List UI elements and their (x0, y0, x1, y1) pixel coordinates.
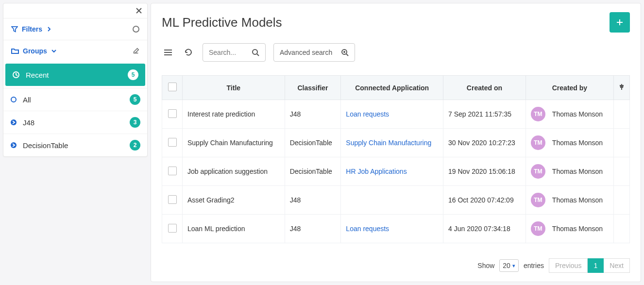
header-connected[interactable]: Connected Application (341, 76, 443, 100)
select-all-checkbox[interactable] (168, 83, 177, 91)
cell-created-by: TMThomas Monson (525, 129, 613, 157)
arrow-circle-icon (10, 119, 17, 126)
table-row[interactable]: Asset Grading2J4816 Oct 2020 07:42:09TMT… (162, 186, 630, 215)
row-checkbox[interactable] (168, 109, 177, 118)
main-header: ML Predictive Models (162, 12, 630, 33)
svg-point-3 (11, 142, 17, 148)
cell-classifier: J48 (285, 215, 341, 243)
group-label: DecisionTable (23, 141, 124, 150)
row-checkbox[interactable] (168, 167, 177, 175)
table-row[interactable]: Interest rate predictionJ48Loan requests… (162, 100, 630, 129)
row-checkbox[interactable] (168, 224, 177, 233)
cell-created-by: TMThomas Monson (525, 215, 613, 243)
table-row[interactable]: Loan ML predictionJ48Loan requests4 Jun … (162, 215, 630, 243)
header-title[interactable]: Title (183, 76, 285, 100)
group-item-decisiontable[interactable]: DecisionTable 2 (3, 134, 147, 156)
close-icon (136, 7, 142, 14)
cell-connected: HR Job Applications (341, 157, 443, 186)
search-box[interactable] (203, 43, 266, 62)
advanced-search-button[interactable]: Advanced search (273, 43, 355, 62)
group-count: 2 (130, 140, 140, 151)
cell-classifier: J48 (285, 186, 341, 215)
header-checkbox-col (162, 76, 183, 100)
group-label: Recent (26, 71, 122, 79)
svg-point-1 (11, 97, 16, 102)
next-button[interactable]: Next (604, 258, 630, 273)
menu-button[interactable] (162, 47, 174, 58)
cell-pin (614, 215, 630, 243)
page-title: ML Predictive Models (162, 15, 282, 30)
main-panel: ML Predictive Models Advanced search (151, 3, 641, 282)
user-name: Thomas Monson (552, 196, 603, 204)
table-footer: Show 20 ▾ entries Previous 1 Next (162, 249, 630, 273)
search-icon (252, 49, 259, 56)
group-item-j48[interactable]: J48 3 (3, 111, 147, 134)
row-checkbox[interactable] (168, 138, 177, 147)
cell-connected: Loan requests (341, 215, 443, 243)
user-name: Thomas Monson (552, 139, 603, 147)
table-row[interactable]: Supply Chain ManufacturingDecisionTableS… (162, 129, 630, 157)
row-checkbox[interactable] (168, 195, 177, 204)
header-created-on[interactable]: Created on (443, 76, 526, 100)
group-item-recent[interactable]: Recent 5 (5, 64, 145, 86)
groups-header[interactable]: Groups (3, 40, 147, 62)
cell-created-on: 4 Jun 2020 07:34:18 (443, 215, 526, 243)
refresh-icon (184, 48, 193, 57)
table-container: Title Classifier Connected Application C… (162, 75, 630, 243)
chevron-right-icon (46, 26, 52, 32)
cell-connected: Supply Chain Manufacturing (341, 129, 443, 157)
cell-classifier: DecisionTable (285, 129, 341, 157)
svg-point-4 (253, 50, 257, 54)
group-item-all[interactable]: All 5 (3, 88, 147, 111)
connected-app-link[interactable]: Supply Chain Manufacturing (346, 139, 431, 147)
cell-created-on: 19 Nov 2020 15:06:18 (443, 157, 526, 186)
cell-pin (614, 129, 630, 157)
cell-pin (614, 157, 630, 186)
close-panel-button[interactable] (3, 3, 147, 18)
pin-icon (619, 84, 625, 90)
page-size-select[interactable]: 20 ▾ (499, 259, 519, 272)
cell-created-by: TMThomas Monson (525, 157, 613, 186)
cell-classifier: DecisionTable (285, 157, 341, 186)
clock-icon (12, 71, 20, 79)
user-name: Thomas Monson (552, 225, 603, 233)
header-classifier[interactable]: Classifier (285, 76, 341, 100)
group-count: 3 (130, 117, 140, 128)
sidebar-panel: Filters Groups Recent 5 (3, 3, 148, 157)
avatar: TM (531, 107, 545, 121)
cell-created-by: TMThomas Monson (525, 186, 613, 215)
cell-title: Job application suggestion (183, 157, 285, 186)
table-row[interactable]: Job application suggestionDecisionTableH… (162, 157, 630, 186)
connected-app-link[interactable]: HR Job Applications (346, 168, 407, 175)
user-name: Thomas Monson (552, 168, 603, 175)
cell-classifier: J48 (285, 100, 341, 129)
menu-icon (164, 49, 172, 56)
page-size-value: 20 (503, 262, 510, 269)
avatar: TM (531, 221, 545, 236)
page-1-button[interactable]: 1 (588, 258, 604, 273)
cell-created-on: 16 Oct 2020 07:42:09 (443, 186, 526, 215)
connected-app-link[interactable]: Loan requests (346, 225, 389, 233)
plus-icon (616, 19, 623, 26)
arrow-circle-icon (10, 142, 17, 149)
user-name: Thomas Monson (552, 110, 603, 118)
circle-icon (10, 96, 17, 103)
chevron-down-icon (51, 48, 57, 54)
cell-pin (614, 186, 630, 215)
group-count: 5 (130, 94, 140, 105)
refresh-button[interactable] (182, 46, 195, 59)
filters-label: Filters (22, 25, 42, 33)
advanced-search-label: Advanced search (280, 49, 332, 56)
avatar: TM (531, 193, 545, 207)
header-created-by[interactable]: Created by (525, 76, 613, 100)
group-label: All (23, 96, 124, 104)
models-table: Title Classifier Connected Application C… (162, 75, 630, 243)
connected-app-link[interactable]: Loan requests (346, 110, 389, 118)
avatar: TM (531, 164, 545, 179)
search-input[interactable] (209, 49, 248, 56)
add-button[interactable] (610, 12, 630, 33)
edit-icon[interactable] (133, 48, 139, 54)
previous-button[interactable]: Previous (549, 258, 588, 273)
filters-header[interactable]: Filters (3, 18, 147, 40)
cell-title: Interest rate prediction (183, 100, 285, 129)
